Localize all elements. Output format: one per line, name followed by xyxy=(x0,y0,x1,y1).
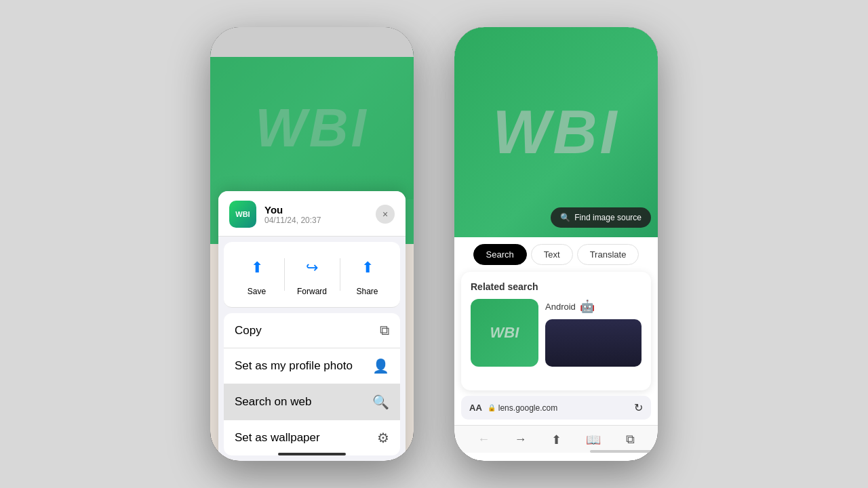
lens-image-area: WBI 🔍 Find image source xyxy=(454,27,658,237)
android-text: Android xyxy=(545,302,576,312)
phone1: WBI WBI You 04/11/24, 20:37 × xyxy=(210,27,414,461)
lens-results-card: Related search WBI Android 🤖 xyxy=(461,272,651,390)
close-button[interactable]: × xyxy=(376,205,395,224)
find-image-label: Find image source xyxy=(574,213,642,222)
save-button[interactable]: ⬆ Save xyxy=(229,253,284,296)
forward-label: Forward xyxy=(297,287,327,296)
action-buttons-row: ⬆ Save ↪ Forward ⬆ Share xyxy=(224,242,400,308)
tabs-nav-icon[interactable]: ⧉ xyxy=(626,432,635,447)
search-web-label: Search on web xyxy=(235,395,311,409)
forward-button[interactable]: ↪ Forward xyxy=(285,253,340,296)
sheet-header: WBI You 04/11/24, 20:37 × xyxy=(218,191,406,237)
tab-text[interactable]: Text xyxy=(531,244,573,265)
lens-search-icon: 🔍 xyxy=(560,213,570,222)
find-image-source-button[interactable]: 🔍 Find image source xyxy=(551,207,651,228)
share-nav-icon[interactable]: ⬆ xyxy=(551,432,561,447)
phone2-screen: WBI 🔍 Find image source Search Text Tran… xyxy=(454,27,658,461)
forward-nav-icon[interactable]: → xyxy=(515,432,527,447)
home-indicator xyxy=(278,453,346,455)
copy-icon: ⧉ xyxy=(380,323,389,338)
set-wallpaper-label: Set as wallpaper xyxy=(235,431,320,445)
lens-tabs: Search Text Translate xyxy=(454,237,658,272)
wbi-image-area: WBI xyxy=(210,57,414,199)
phone1-status-bar xyxy=(210,27,414,57)
result-main-image: WBI xyxy=(471,299,538,367)
profile-icon: 👤 xyxy=(372,358,389,374)
result-secondary-image xyxy=(545,319,642,367)
lock-icon: 🔒 xyxy=(488,404,496,411)
share-button[interactable]: ⬆ Share xyxy=(340,253,395,296)
aa-label: AA xyxy=(469,403,482,413)
results-right: Android 🤖 xyxy=(545,299,642,367)
set-profile-menu-item[interactable]: Set as my profile photo 👤 xyxy=(224,348,400,384)
sheet-timestamp: 04/11/24, 20:37 xyxy=(264,216,368,225)
lens-browser-bar: AA 🔒 lens.google.com ↻ xyxy=(461,396,651,420)
tab-search[interactable]: Search xyxy=(473,244,527,265)
wbi-lens-text: WBI xyxy=(493,98,620,167)
save-label: Save xyxy=(248,287,266,296)
search-web-icon: 🔍 xyxy=(372,394,389,410)
menu-list: Copy ⧉ Set as my profile photo 👤 Search … xyxy=(224,313,400,455)
wallpaper-icon: ⚙ xyxy=(377,430,389,446)
lens-nav-bar: ← → ⬆ 📖 ⧉ xyxy=(454,425,658,453)
result-secondary-dark xyxy=(545,319,642,367)
copy-menu-item[interactable]: Copy ⧉ xyxy=(224,313,400,348)
search-web-menu-item[interactable]: Search on web 🔍 xyxy=(224,384,400,420)
tab-translate[interactable]: Translate xyxy=(577,244,639,265)
android-label-row: Android 🤖 xyxy=(545,299,642,314)
sheet-sender: You xyxy=(264,204,368,216)
phone2: WBI 🔍 Find image source Search Text Tran… xyxy=(454,27,658,461)
set-profile-label: Set as my profile photo xyxy=(235,359,353,373)
reload-icon[interactable]: ↻ xyxy=(634,401,643,414)
android-icon: 🤖 xyxy=(580,299,595,314)
result-wbi-text: WBI xyxy=(490,324,519,342)
copy-label: Copy xyxy=(235,324,262,338)
bookmarks-nav-icon[interactable]: 📖 xyxy=(586,432,601,447)
url-text: lens.google.com xyxy=(498,403,557,413)
results-grid: WBI Android 🤖 xyxy=(471,299,642,367)
set-wallpaper-menu-item[interactable]: Set as wallpaper ⚙ xyxy=(224,420,400,455)
back-nav-icon[interactable]: ← xyxy=(477,432,490,447)
related-search-title: Related search xyxy=(471,281,642,292)
save-icon: ⬆ xyxy=(242,253,272,283)
phone2-home-indicator xyxy=(590,450,658,453)
context-sheet: WBI You 04/11/24, 20:37 × ⬆ Save xyxy=(218,191,406,461)
forward-icon: ↪ xyxy=(297,253,327,283)
sheet-header-info: You 04/11/24, 20:37 xyxy=(264,204,368,225)
share-icon: ⬆ xyxy=(353,253,382,283)
wbi-app-icon: WBI xyxy=(229,201,256,228)
share-label: Share xyxy=(356,287,378,296)
wbi-background-text: WBI xyxy=(255,97,369,159)
url-bar[interactable]: 🔒 lens.google.com xyxy=(488,403,629,413)
